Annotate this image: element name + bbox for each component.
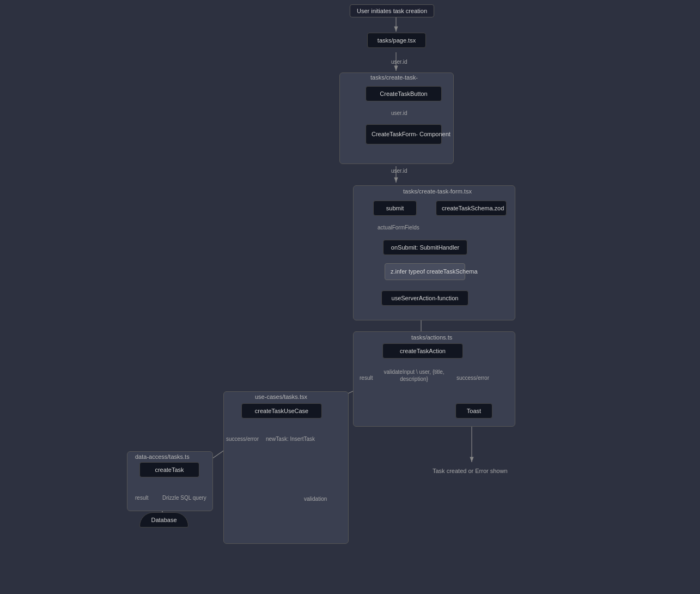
drizzle-sql-label: Drizzle SQL query — [162, 495, 206, 501]
userid-label-2: user.id — [391, 110, 407, 116]
success-error-label-2: success/error — [226, 436, 259, 442]
create-task-schema-zod-node: createTaskSchema.zod — [436, 201, 507, 216]
create-task-form-group-label: tasks/create-task-form.tsx — [403, 188, 472, 195]
submit-node: submit — [373, 201, 417, 216]
validate-input-label: validateInput \ user, {title, descriptio… — [379, 368, 449, 383]
database-node: Database — [139, 512, 188, 528]
data-access-group — [127, 451, 213, 511]
validation-label: validation — [304, 496, 327, 502]
z-infer-node: z.infer typeof createTaskSchema — [385, 263, 465, 280]
create-task-group-label: tasks/create-task- — [370, 74, 418, 81]
user-initiates-node: User initiates task creation — [350, 4, 434, 17]
new-task-label: newTask: InsertTask — [266, 436, 315, 442]
use-cases-group-label: use-cases/tasks.tsx — [255, 393, 307, 400]
task-created-label: Task created or Error shown — [433, 468, 508, 474]
create-task-use-case-node: createTaskUseCase — [241, 403, 322, 419]
tasks-actions-group-label: tasks/actions.ts — [411, 334, 452, 341]
diagram-container: User initiates task creation tasks/page.… — [0, 0, 700, 594]
on-submit-node: onSubmit: SubmitHandler — [383, 240, 467, 255]
create-task-form-component-node: CreateTaskForm- Component — [366, 124, 442, 144]
userid-label-3: user.id — [391, 168, 407, 174]
use-server-action-node: useServerAction-function — [381, 290, 468, 306]
actual-form-fields-label: actualFormFields — [378, 225, 419, 231]
toast-node: Toast — [455, 403, 492, 419]
tasks-page-node: tasks/page.tsx — [367, 33, 426, 48]
create-task-action-node: createTaskAction — [382, 343, 463, 359]
result-label-1: result — [360, 375, 373, 381]
create-task-button-node: CreateTaskButton — [366, 86, 442, 101]
success-error-label-1: success/error — [456, 375, 489, 381]
data-access-group-label: data-access/tasks.ts — [135, 453, 190, 460]
userid-label-1: user.id — [391, 59, 407, 65]
create-task-node: createTask — [139, 462, 199, 477]
result-label-2: result — [135, 495, 148, 501]
